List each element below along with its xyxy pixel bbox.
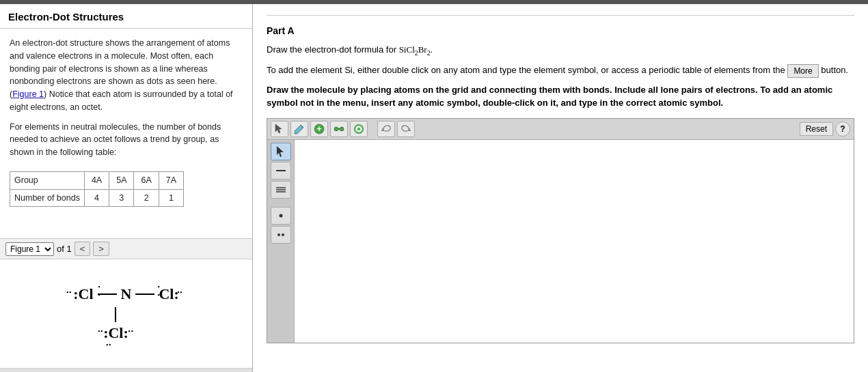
help-button[interactable]: ? <box>835 121 850 137</box>
lewis-structure-diagram: •• :Cl •• N Cl: •• <box>70 285 182 343</box>
chain-tool-btn[interactable] <box>330 121 348 137</box>
lewis-n: N <box>121 285 132 304</box>
editor-canvas[interactable] <box>295 140 854 343</box>
dot-bottom-under: •• <box>106 341 111 349</box>
group-table-container: Group 4A 5A 6A 7A Number of bonds 4 3 2 … <box>10 171 184 208</box>
pencil-icon <box>294 124 305 134</box>
svg-marker-11 <box>277 146 284 157</box>
svg-point-18 <box>282 233 284 236</box>
sidebar-select-tool[interactable] <box>271 143 291 160</box>
dot-bottom-right: •• <box>128 328 134 336</box>
table-cell-3: 3 <box>109 189 134 207</box>
group-table: Group 4A 5A 6A 7A Number of bonds 4 3 2 … <box>10 171 184 208</box>
bond-cl-n-left <box>98 294 117 295</box>
lewis-cl-right: Cl: •• •• <box>159 285 178 304</box>
undo-btn[interactable] <box>377 121 395 137</box>
ring-tool-btn[interactable] <box>350 121 368 137</box>
table-cell-1: 1 <box>159 189 183 207</box>
editor-toolbar: + <box>267 119 854 140</box>
figure-select[interactable]: Figure 1 <box>5 242 54 256</box>
bold-instructions: Draw the molecule by placing atoms on th… <box>267 83 854 110</box>
figure-select-wrapper: Figure 1 of 1 <box>5 242 72 256</box>
sidebar-multi-bond-tool[interactable] <box>271 181 291 199</box>
figure-of-label: of 1 <box>57 244 72 254</box>
multi-bond-icon <box>275 184 287 196</box>
table-header-7a: 7A <box>159 171 183 189</box>
reset-button[interactable]: Reset <box>800 122 833 136</box>
bond-n-cl-right <box>135 294 154 295</box>
figure-area: •• :Cl •• N Cl: •• <box>0 259 252 368</box>
chain-icon <box>334 124 344 134</box>
more-button[interactable]: More <box>787 64 818 78</box>
svg-point-5 <box>340 127 344 131</box>
svg-point-8 <box>357 128 360 130</box>
left-panel-content: An electron-dot structure shows the arra… <box>0 29 252 238</box>
sidebar-double-dot-tool[interactable] <box>271 226 291 244</box>
lewis-cl-left: •• :Cl •• <box>73 285 93 304</box>
lewis-top-row: •• :Cl •• N Cl: •• <box>70 285 182 304</box>
single-bond-icon <box>275 164 287 177</box>
instruction-1: Draw the electron-dot formula for SiCl2B… <box>267 43 854 58</box>
add-atom-btn[interactable]: + <box>310 121 328 137</box>
dot-right-bottom2: •• <box>157 283 159 299</box>
lewis-vertical-bond-container <box>50 307 182 322</box>
dot-bottom-left: •• <box>98 328 103 336</box>
left-panel: Electron-Dot Structures An electron-dot … <box>0 4 253 372</box>
lewis-cl-bottom: •• :Cl: •• •• <box>103 324 128 343</box>
sidebar-single-dot-tool[interactable] <box>271 207 291 225</box>
table-cell-2: 2 <box>134 189 159 207</box>
paragraph-1: An electron-dot structure shows the arra… <box>10 37 243 114</box>
ring-icon <box>353 124 364 134</box>
svg-point-17 <box>277 233 280 236</box>
dot-left-top: •• <box>66 289 72 297</box>
instruction-2: To add the element Si, either double cli… <box>267 63 854 78</box>
table-header-group: Group <box>10 171 85 189</box>
molecule-editor: + <box>267 118 854 343</box>
redo-icon <box>401 124 411 134</box>
cursor-tool-btn[interactable] <box>271 121 288 137</box>
table-header-4a: 4A <box>84 171 109 189</box>
editor-body <box>267 140 854 343</box>
editor-sidebar <box>267 140 295 343</box>
left-panel-title: Electron-Dot Structures <box>0 4 252 29</box>
dot-right-bottom: •• <box>98 283 100 299</box>
top-bar <box>0 0 868 4</box>
formula-text: SiCl2Br2 <box>399 44 431 55</box>
dot-right-top: •• <box>177 289 182 297</box>
svg-point-4 <box>334 127 338 131</box>
redo-btn[interactable] <box>397 121 415 137</box>
part-a-label: Part A <box>267 25 854 36</box>
lewis-bottom-row: •• :Cl: •• •• <box>50 324 182 343</box>
add-atom-icon: + <box>314 124 325 134</box>
double-dot-icon <box>275 229 287 241</box>
table-row-label: Number of bonds <box>10 189 85 207</box>
single-dot-icon <box>275 210 287 222</box>
sidebar-single-bond-tool[interactable] <box>271 162 291 180</box>
scrollbar-bottom[interactable] <box>0 368 252 372</box>
sidebar-select-icon <box>275 145 287 158</box>
figure-prev-button[interactable]: < <box>74 242 91 256</box>
separator-top <box>267 15 854 16</box>
table-header-6a: 6A <box>134 171 159 189</box>
svg-marker-0 <box>275 124 282 133</box>
figure-1-link[interactable]: Figure 1 <box>12 89 44 99</box>
figure-nav: Figure 1 of 1 < > <box>0 238 252 259</box>
paragraph-2: For elements in neutral molecules, the n… <box>10 121 243 159</box>
figure-next-button[interactable]: > <box>93 242 109 256</box>
table-header-5a: 5A <box>109 171 134 189</box>
svg-text:+: + <box>316 124 321 134</box>
right-panel: Part A Draw the electron-dot formula for… <box>253 4 868 372</box>
svg-point-16 <box>279 214 282 217</box>
undo-icon <box>381 124 392 134</box>
pencil-tool-btn[interactable] <box>290 121 308 137</box>
table-cell-4: 4 <box>84 189 109 207</box>
lewis-vertical-bond <box>115 307 116 322</box>
cursor-icon <box>274 124 285 134</box>
